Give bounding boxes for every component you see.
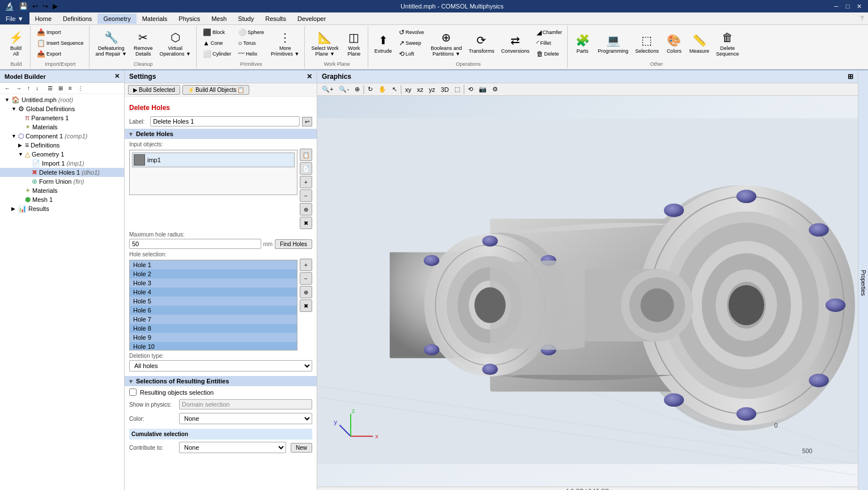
input-obj-imp1[interactable]: imp1 xyxy=(132,153,295,167)
mb-view-btn2[interactable]: ⊞ xyxy=(56,84,65,92)
resulting-objects-checkbox[interactable] xyxy=(129,388,137,396)
booleans-btn[interactable]: ⊕ Booleans andPartitions ▼ xyxy=(428,27,465,60)
view-yz-btn[interactable]: yz xyxy=(427,85,437,94)
export-btn[interactable]: 📤Export xyxy=(34,49,87,59)
tree-item-global-defs[interactable]: ▼ ⚙ Global Definitions xyxy=(0,104,124,113)
hole-add-btn[interactable]: + xyxy=(300,259,312,271)
menu-mesh[interactable]: Mesh xyxy=(206,14,232,24)
tree-item-form-union[interactable]: ⊕ Form Union (fin) xyxy=(0,177,124,186)
view-xz-btn[interactable]: xz xyxy=(415,85,426,94)
label-input[interactable] xyxy=(150,116,300,126)
torus-btn[interactable]: ○Torus xyxy=(235,38,267,48)
mb-close-icon[interactable]: ✕ xyxy=(114,73,120,80)
programming-btn[interactable]: 💻 Programming xyxy=(595,27,631,60)
hole-item-4[interactable]: Hole 4 xyxy=(130,288,297,297)
undo-btn[interactable]: ↩ xyxy=(31,2,40,11)
help-icon[interactable]: ? xyxy=(860,15,868,22)
build-selected-btn[interactable]: ▶ Build Selected xyxy=(128,85,180,95)
hole-item-2[interactable]: Hole 2 xyxy=(130,269,297,278)
hole-item-1[interactable]: Hole 1 xyxy=(130,260,297,269)
run-btn[interactable]: ▶ xyxy=(51,2,59,11)
menu-definitions[interactable]: Definitions xyxy=(57,14,97,24)
tree-item-geometry1[interactable]: ▼ △ Geometry 1 xyxy=(0,150,124,159)
mb-up-btn[interactable]: ↑ xyxy=(25,84,32,92)
menu-developer[interactable]: Developer xyxy=(292,14,331,24)
contribute-to-select[interactable]: None xyxy=(179,442,286,453)
fillet-btn[interactable]: ◜Fillet xyxy=(534,38,565,48)
loft-btn[interactable]: ⟲Loft xyxy=(396,49,427,59)
input-paste-btn[interactable]: 📄 xyxy=(300,162,312,175)
mb-view-btn1[interactable]: ☰ xyxy=(45,84,55,92)
tree-item-params1[interactable]: π Parameters 1 xyxy=(0,113,124,122)
hole-select-all-btn[interactable]: ⊕ xyxy=(300,286,312,298)
hole-item-5[interactable]: Hole 5 xyxy=(130,297,297,306)
parts-btn[interactable]: 🧩 Parts xyxy=(571,27,594,60)
mb-view-btn3[interactable]: ≡ xyxy=(66,84,74,92)
measure-btn[interactable]: 📏 Measure xyxy=(687,27,712,60)
file-menu[interactable]: File ▼ xyxy=(0,12,29,24)
delete-sequence-btn[interactable]: 🗑 DeleteSequence xyxy=(713,27,742,60)
revolve-btn[interactable]: ↺Revolve xyxy=(396,27,427,37)
hole-item-9[interactable]: Hole 9 xyxy=(130,333,297,342)
input-remove-btn[interactable]: − xyxy=(300,189,312,202)
tree-item-mesh1[interactable]: ⬢ Mesh 1 xyxy=(0,195,124,204)
right-tab-properties[interactable]: Properties xyxy=(858,70,868,490)
block-btn[interactable]: ⬛Block xyxy=(200,27,234,37)
input-deselect-btn[interactable]: ✖ xyxy=(300,217,312,229)
sphere-btn[interactable]: ⚪Sphere xyxy=(235,27,267,37)
select-btn[interactable]: ↖ xyxy=(390,85,399,94)
build-all-objects-btn[interactable]: ⚡ Build All Objects 📋 xyxy=(182,85,249,95)
menu-physics[interactable]: Physics xyxy=(173,14,206,24)
conversions-btn[interactable]: ⇄ Conversions xyxy=(499,27,533,60)
select-work-plane-btn[interactable]: 📐 Select WorkPlane ▼ xyxy=(308,27,341,60)
save-btn[interactable]: 💾 xyxy=(18,2,29,11)
colors-btn[interactable]: 🎨 Colors xyxy=(663,27,686,60)
hole-item-6[interactable]: Hole 6 xyxy=(130,306,297,315)
rotate-btn[interactable]: ↻ xyxy=(365,85,375,94)
hole-deselect-btn[interactable]: ✖ xyxy=(300,299,312,312)
cone-btn[interactable]: ▲Cone xyxy=(200,38,234,48)
view-persp-btn[interactable]: ⬚ xyxy=(452,85,462,94)
maximize-btn[interactable]: □ xyxy=(843,2,852,11)
settings-close[interactable]: ✕ xyxy=(307,73,312,81)
new-btn[interactable]: New xyxy=(291,443,312,453)
defeaturing-btn[interactable]: 🔧 Defeaturingand Repair ▼ xyxy=(93,27,130,60)
zoom-in-btn[interactable]: 🔍+ xyxy=(320,85,335,94)
delete-btn[interactable]: 🗑Delete xyxy=(534,49,565,59)
chamfer-btn[interactable]: ◢Chamfer xyxy=(534,27,565,37)
zoom-out-btn[interactable]: 🔍- xyxy=(337,85,351,94)
transforms-btn[interactable]: ⟳ Transforms xyxy=(466,27,497,60)
extrude-btn[interactable]: ⬆ Extrude xyxy=(372,27,395,60)
tree-item-materials-global[interactable]: ✦ Materials xyxy=(0,122,124,132)
close-btn[interactable]: ✕ xyxy=(854,2,863,11)
import-btn[interactable]: 📥Import xyxy=(34,27,87,37)
minimize-btn[interactable]: ─ xyxy=(832,2,841,11)
menu-geometry[interactable]: Geometry xyxy=(97,14,136,24)
tree-item-delete-holes1[interactable]: ✖ Delete Holes 1 (dho1) xyxy=(0,168,124,177)
max-hole-radius-input[interactable] xyxy=(129,239,261,249)
tree-item-results[interactable]: ▶ 📊 Results xyxy=(0,204,124,213)
menu-home[interactable]: Home xyxy=(29,14,57,24)
label-apply-btn[interactable]: ↩ xyxy=(302,117,312,126)
deletion-type-select[interactable]: All holes Selected holes Capped holes xyxy=(129,360,312,371)
virtual-ops-btn[interactable]: ⬡ VirtualOperations ▼ xyxy=(157,27,194,60)
insert-sequence-btn[interactable]: 📋Insert Sequence xyxy=(34,38,87,48)
menu-results[interactable]: Results xyxy=(259,14,292,24)
helix-btn[interactable]: 〰Helix xyxy=(235,49,267,59)
menu-materials[interactable]: Materials xyxy=(137,14,173,24)
input-select-all-btn[interactable]: ⊕ xyxy=(300,203,312,216)
view-3d-btn[interactable]: 3D xyxy=(439,85,451,94)
tree-item-import1[interactable]: 📄 Import 1 (imp1) xyxy=(0,159,124,168)
hole-remove-btn[interactable]: − xyxy=(300,272,312,285)
mb-down-btn[interactable]: ↓ xyxy=(33,84,41,92)
cylinder-btn[interactable]: ⬜Cylinder xyxy=(200,49,234,59)
snapshot-btn[interactable]: 📷 xyxy=(476,85,489,94)
tree-item-definitions[interactable]: ▶ ≡ Definitions xyxy=(0,141,124,150)
tree-item-component1[interactable]: ▼ ⬡ Component 1 (comp1) xyxy=(0,132,124,141)
menu-study[interactable]: Study xyxy=(232,14,259,24)
work-plane-btn[interactable]: ◫ WorkPlane xyxy=(343,27,365,60)
selections-btn[interactable]: ⬚ Selections xyxy=(632,27,662,60)
mb-forward-btn[interactable]: → xyxy=(14,84,24,92)
input-add-btn[interactable]: + xyxy=(300,176,312,188)
reset-view-btn[interactable]: ⟲ xyxy=(466,85,475,94)
